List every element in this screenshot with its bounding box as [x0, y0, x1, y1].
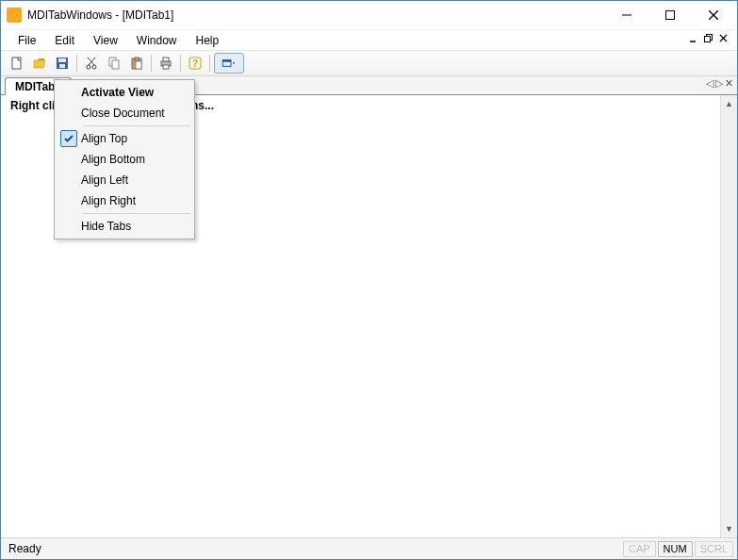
app-icon — [7, 8, 22, 23]
mdi-close-button[interactable] — [716, 32, 731, 45]
minimize-button[interactable] — [605, 1, 648, 29]
toolbar-separator — [209, 55, 210, 72]
ctx-align-bottom[interactable]: Align Bottom — [57, 149, 192, 170]
svg-rect-9 — [12, 58, 21, 69]
ctx-label: Align Top — [81, 132, 127, 145]
mdi-minimize-button[interactable] — [686, 32, 701, 45]
status-scroll: SCRL — [695, 541, 733, 557]
toolbar-separator — [76, 55, 77, 72]
tab-context-menu: Activate View Close Document Align Top A… — [54, 79, 195, 239]
paste-icon[interactable] — [126, 53, 147, 74]
svg-rect-1 — [666, 11, 675, 20]
check-icon — [60, 130, 77, 147]
print-icon[interactable] — [156, 53, 176, 74]
svg-line-16 — [88, 58, 94, 65]
status-caps: CAP — [623, 541, 656, 557]
title-bar: MDITabWindows - [MDITab1] — [1, 1, 737, 29]
window-title: MDITabWindows - [MDITab1] — [27, 8, 605, 22]
cut-icon[interactable] — [81, 53, 102, 74]
toolbar-separator — [151, 55, 152, 72]
ctx-align-top[interactable]: Align Top — [57, 128, 192, 149]
toolbar: ? — [1, 50, 737, 76]
menu-edit[interactable]: Edit — [45, 32, 84, 49]
svg-text:?: ? — [192, 58, 198, 69]
ctx-label: Align Left — [81, 173, 128, 187]
tabs-dropdown-button[interactable] — [214, 53, 244, 74]
ctx-activate-view[interactable]: Activate View — [57, 82, 192, 103]
window-controls — [605, 1, 735, 29]
svg-rect-18 — [112, 60, 119, 69]
ctx-label: Activate View — [81, 86, 154, 99]
svg-rect-21 — [136, 61, 141, 69]
svg-rect-20 — [135, 58, 139, 60]
ctx-separator — [83, 125, 190, 126]
status-bar: Ready CAP NUM SCRL — [1, 538, 737, 559]
menu-help[interactable]: Help — [187, 32, 229, 49]
svg-rect-11 — [58, 58, 66, 62]
tab-strip-controls: ◁ ▷ ✕ — [706, 78, 733, 89]
ctx-label: Align Bottom — [81, 153, 145, 166]
scroll-up-icon[interactable]: ▲ — [721, 95, 737, 112]
save-icon[interactable] — [52, 53, 73, 74]
open-icon[interactable] — [29, 53, 50, 74]
copy-icon[interactable] — [104, 53, 124, 74]
help-icon[interactable]: ? — [185, 53, 205, 74]
menu-bar: File Edit View Window Help — [1, 29, 737, 50]
tab-close-icon[interactable]: ✕ — [725, 78, 733, 89]
status-num: NUM — [658, 541, 693, 557]
ctx-label: Hide Tabs — [81, 220, 131, 233]
new-icon[interactable] — [7, 53, 27, 74]
ctx-gutter — [57, 130, 81, 147]
ctx-align-left[interactable]: Align Left — [57, 170, 192, 190]
svg-rect-23 — [163, 58, 169, 61]
mdi-restore-button[interactable] — [701, 32, 716, 45]
svg-rect-12 — [59, 64, 65, 68]
close-button[interactable] — [692, 1, 735, 29]
tab-prev-icon[interactable]: ◁ — [706, 78, 713, 89]
ctx-hide-tabs[interactable]: Hide Tabs — [57, 216, 192, 237]
svg-point-14 — [92, 65, 96, 69]
menu-window[interactable]: Window — [127, 32, 187, 49]
svg-rect-6 — [705, 37, 711, 42]
ctx-label: Align Right — [81, 194, 136, 207]
ctx-close-document[interactable]: Close Document — [57, 103, 192, 124]
toolbar-separator — [180, 55, 181, 72]
tab-next-icon[interactable]: ▷ — [715, 78, 723, 89]
status-ready: Ready — [8, 542, 41, 555]
ctx-label: Close Document — [81, 107, 165, 120]
scroll-down-icon[interactable]: ▼ — [721, 520, 737, 537]
ctx-align-right[interactable]: Align Right — [57, 190, 192, 211]
menu-view[interactable]: View — [84, 32, 127, 49]
ctx-separator — [83, 213, 190, 214]
svg-point-13 — [87, 65, 90, 69]
svg-rect-24 — [163, 65, 169, 69]
maximize-button[interactable] — [648, 1, 692, 29]
svg-rect-28 — [222, 60, 231, 62]
vertical-scrollbar[interactable]: ▲ ▼ — [720, 95, 737, 537]
mdi-window-controls — [686, 32, 731, 45]
menu-file[interactable]: File — [8, 32, 45, 49]
svg-line-15 — [89, 58, 95, 65]
